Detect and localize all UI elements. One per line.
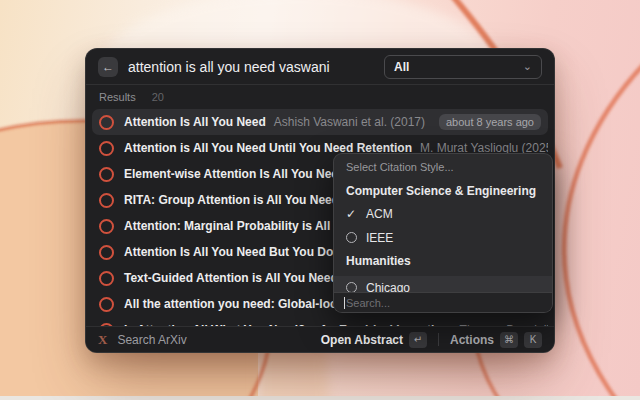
arxiv-paper-icon <box>99 297 114 312</box>
filter-dropdown[interactable]: All ⌄ <box>384 55 542 79</box>
arxiv-logo: X <box>98 333 107 346</box>
citation-style-popover: Select Citation Style... Computer Scienc… <box>333 153 553 313</box>
actions-button[interactable]: Actions <box>450 333 494 347</box>
action-bar-right: Open Abstract ↵ Actions ⌘ K <box>321 332 542 348</box>
command-key-icon: ⌘ <box>500 332 518 348</box>
back-arrow-icon: ← <box>102 61 114 73</box>
back-button[interactable]: ← <box>98 57 118 77</box>
citation-option-ieee[interactable]: IEEE <box>334 226 552 250</box>
filter-value: All <box>394 60 409 74</box>
footer-divider <box>438 333 439 346</box>
results-label: Results <box>99 91 136 103</box>
arxiv-paper-icon <box>99 167 114 182</box>
extension-name: Search ArXiv <box>117 333 186 347</box>
results-header: Results 20 <box>86 85 554 109</box>
arxiv-paper-icon <box>99 115 114 130</box>
k-key-icon: K <box>524 332 542 348</box>
search-input[interactable]: attention is all you need vaswani <box>128 59 330 75</box>
popover-search-placeholder: Search... <box>346 297 390 309</box>
result-row[interactable]: Is Attention All What You Need? -- An Em… <box>92 317 548 326</box>
results-count: 20 <box>152 91 164 103</box>
search-bar: ← attention is all you need vaswani All … <box>86 49 554 85</box>
result-row[interactable]: Attention Is All You Need Ashish Vaswani… <box>92 109 548 135</box>
action-bar: X Search ArXiv Open Abstract ↵ Actions ⌘… <box>86 326 554 352</box>
arxiv-paper-icon <box>99 271 114 286</box>
radio-circle-icon <box>346 232 366 245</box>
popover-search-field[interactable]: Search... <box>334 292 552 312</box>
chevron-down-icon: ⌄ <box>523 61 532 72</box>
text-caret <box>344 297 345 309</box>
popover-title: Select Citation Style... <box>334 154 552 180</box>
result-subtitle: Ashish Vaswani et al. (2017) <box>274 115 425 129</box>
result-age-badge: about 8 years ago <box>439 114 541 130</box>
result-title: Element-wise Attention Is All You Need <box>124 167 345 181</box>
citation-option-label: IEEE <box>366 231 393 245</box>
open-abstract-button[interactable]: Open Abstract <box>321 333 403 347</box>
section-humanities: Humanities <box>334 250 552 272</box>
section-cs-engineering: Computer Science & Engineering <box>334 180 552 202</box>
arxiv-paper-icon <box>99 193 114 208</box>
citation-option-label: ACM <box>366 207 393 221</box>
return-key-icon: ↵ <box>409 332 427 348</box>
result-title: Attention Is All You Need <box>124 115 266 129</box>
check-icon: ✓ <box>346 208 366 220</box>
citation-option-acm[interactable]: ✓ ACM <box>334 202 552 226</box>
arxiv-paper-icon <box>99 219 114 234</box>
arxiv-paper-icon <box>99 245 114 260</box>
arxiv-paper-icon <box>99 141 114 156</box>
